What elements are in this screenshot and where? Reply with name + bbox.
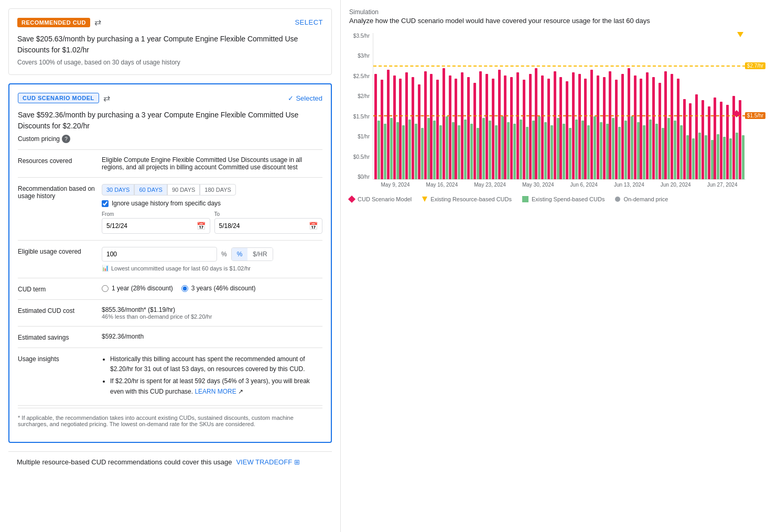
bar-red bbox=[603, 77, 606, 179]
day-btn-90[interactable]: 90 DAYS bbox=[167, 184, 200, 196]
three-year-radio[interactable] bbox=[181, 285, 188, 292]
legend-spend-cud: Existing Spend-based CUDs bbox=[522, 196, 605, 202]
from-calendar-icon[interactable]: 📅 bbox=[197, 222, 206, 230]
bar-group bbox=[485, 33, 492, 179]
bar-red bbox=[597, 75, 599, 179]
bar-red bbox=[455, 79, 457, 180]
estimated-savings-row: Estimated savings $592.36/month bbox=[18, 327, 322, 348]
ref-line-27: $2.7/hr bbox=[373, 66, 746, 67]
day-btn-60[interactable]: 60 DAYS bbox=[134, 184, 167, 196]
bar-group bbox=[646, 33, 652, 179]
bar-green bbox=[513, 124, 516, 179]
bar-group bbox=[381, 33, 387, 179]
estimated-cost-label: Estimated CUD cost bbox=[18, 306, 102, 314]
bar-green bbox=[408, 120, 411, 179]
bar-red bbox=[449, 75, 451, 179]
bar-red bbox=[640, 79, 642, 180]
bar-red bbox=[732, 96, 735, 179]
eligible-label: Eligible usage covered bbox=[18, 247, 102, 255]
selected-label: Selected bbox=[296, 94, 322, 102]
x-label-5: Jun 6, 2024 bbox=[570, 182, 598, 188]
bar-red bbox=[559, 77, 562, 179]
bar-green bbox=[482, 118, 485, 179]
ref-line-15: $1.5/hr bbox=[373, 115, 746, 116]
bar-group bbox=[578, 33, 584, 179]
bar-group bbox=[387, 33, 393, 179]
bottom-bar-text: Multiple resource-based CUD recommendati… bbox=[17, 458, 232, 466]
percent-symbol: % bbox=[221, 251, 227, 258]
bar-red bbox=[689, 103, 692, 179]
select-button[interactable]: SELECT bbox=[295, 18, 323, 26]
toggle-usd[interactable]: $/HR bbox=[247, 248, 272, 260]
bar-red bbox=[714, 97, 716, 179]
y-label-35: $3.5/hr bbox=[349, 33, 370, 39]
toggle-percent[interactable]: % bbox=[232, 248, 248, 260]
to-date-input[interactable] bbox=[219, 222, 309, 230]
bar-group bbox=[393, 33, 399, 179]
bar-red bbox=[584, 79, 587, 180]
bar-red bbox=[621, 74, 624, 179]
scenario-link-icon[interactable]: ⇄ bbox=[103, 93, 110, 103]
bar-red bbox=[523, 80, 525, 179]
to-calendar-icon[interactable]: 📅 bbox=[309, 222, 318, 230]
help-icon[interactable]: ? bbox=[62, 135, 70, 143]
recommended-card-subtitle: Covers 100% of usage, based on 30 days o… bbox=[17, 59, 323, 66]
bar-group bbox=[522, 33, 528, 179]
bar-red bbox=[418, 84, 420, 179]
legend-spend-cud-label: Existing Spend-based CUDs bbox=[532, 196, 605, 202]
chart-inner: $2.7/hr $1.5/hr bbox=[373, 33, 746, 180]
bar-green bbox=[612, 118, 614, 179]
day-btn-30[interactable]: 30 DAYS bbox=[102, 184, 134, 196]
bar-green bbox=[742, 135, 744, 179]
bar-red bbox=[424, 71, 427, 179]
bar-green bbox=[674, 121, 676, 179]
bar-group bbox=[412, 33, 418, 179]
bar-green bbox=[606, 124, 609, 179]
eligible-usage-row: Eligible usage covered % % $/HR 📊 bbox=[18, 241, 322, 278]
bar-green bbox=[452, 122, 455, 179]
one-year-option: 1 year (28% discount) bbox=[102, 285, 173, 292]
view-tradeoff-link[interactable]: VIEW TRADEOFF ⊞ bbox=[236, 458, 300, 466]
recommendation-value: 30 DAYS 60 DAYS 90 DAYS 180 DAYS Ignore … bbox=[102, 184, 322, 234]
link-icon[interactable]: ⇄ bbox=[94, 17, 101, 27]
learn-more-link[interactable]: LEARN MORE bbox=[195, 388, 236, 395]
bar-group bbox=[479, 33, 485, 179]
bar-red bbox=[443, 68, 445, 179]
one-year-radio[interactable] bbox=[102, 285, 109, 292]
scenario-header-left: CUD SCENARIO MODEL ⇄ bbox=[18, 93, 110, 103]
bar-green bbox=[649, 120, 652, 179]
bar-green bbox=[532, 121, 535, 179]
bar-green bbox=[667, 118, 670, 179]
bar-group bbox=[455, 33, 461, 179]
usage-insights-row: Usage insights Historically this billing… bbox=[18, 348, 322, 406]
eligible-number-input[interactable] bbox=[102, 247, 217, 262]
bar-red bbox=[430, 74, 433, 179]
bar-green bbox=[624, 121, 627, 179]
bar-group bbox=[528, 33, 535, 179]
legend-cud-scenario-label: CUD Scenario Model bbox=[358, 196, 412, 202]
bar-group bbox=[572, 33, 578, 179]
bar-red bbox=[615, 80, 618, 179]
bar-group bbox=[720, 33, 726, 179]
ignore-checkbox[interactable] bbox=[102, 200, 109, 207]
tradeoff-icon: ⊞ bbox=[294, 458, 300, 466]
scenario-badge: CUD SCENARIO MODEL bbox=[18, 93, 99, 103]
bar-green bbox=[717, 134, 719, 179]
bar-green bbox=[544, 122, 547, 179]
usage-insights-value: Historically this billing account has sp… bbox=[102, 354, 322, 399]
from-date-input[interactable] bbox=[106, 222, 197, 230]
bar-green bbox=[421, 128, 424, 179]
day-btn-180[interactable]: 180 DAYS bbox=[200, 184, 236, 196]
bar-green bbox=[618, 127, 621, 179]
bar-group bbox=[671, 33, 677, 179]
bar-group bbox=[677, 33, 683, 179]
legend-circle-icon bbox=[615, 197, 620, 202]
x-axis: May 9, 2024 May 16, 2024 May 23, 2024 Ma… bbox=[349, 182, 769, 188]
bar-red bbox=[677, 79, 679, 180]
bar-green bbox=[526, 127, 528, 179]
bar-group bbox=[621, 33, 628, 179]
bar-green bbox=[507, 122, 510, 179]
insight-1: Historically this billing account has sp… bbox=[110, 354, 322, 374]
selected-badge: ✓ Selected bbox=[288, 94, 322, 102]
bar-group bbox=[702, 33, 708, 179]
